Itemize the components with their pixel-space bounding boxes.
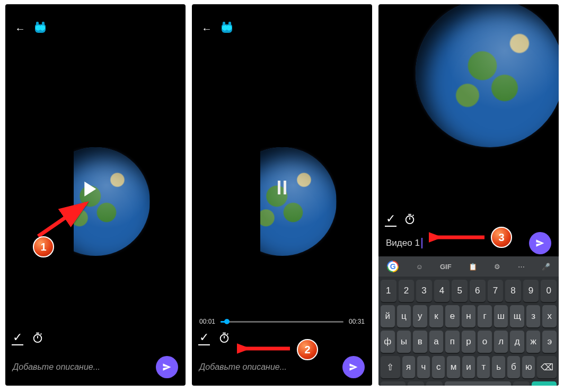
key[interactable]: щ — [510, 305, 524, 327]
key[interactable]: 5 — [452, 280, 468, 302]
caption-row: Видео 1 — [386, 232, 551, 254]
key-row-1: 1 2 3 4 5 6 7 8 9 0 — [381, 280, 557, 302]
video-preview[interactable] — [192, 147, 372, 256]
key[interactable]: 4 — [434, 280, 450, 302]
key[interactable]: л — [494, 331, 508, 353]
language-key[interactable]: 🌐 — [426, 381, 443, 386]
time-current: 00:01 — [199, 318, 215, 325]
key[interactable]: в — [413, 331, 427, 353]
keyboard: 1 2 3 4 5 6 7 8 9 0 й ц у к е н г ш щ з … — [378, 277, 559, 386]
play-button[interactable] — [84, 182, 96, 197]
earth-image — [41, 147, 150, 256]
select-icon[interactable]: ✓ — [13, 331, 22, 344]
select-icon[interactable]: ✓ — [199, 331, 209, 344]
top-bar: ← — [15, 23, 46, 34]
clipboard-icon[interactable]: 📋 — [469, 263, 477, 271]
sticker-icon[interactable]: ☺ — [416, 263, 422, 271]
key[interactable]: ю — [522, 356, 535, 378]
caption-row: Добавьте описание... — [199, 356, 365, 378]
key[interactable]: о — [478, 331, 492, 353]
send-button[interactable] — [529, 232, 551, 254]
backspace-key[interactable]: ⌫ — [537, 356, 557, 378]
gif-button[interactable]: GIF — [440, 263, 452, 271]
key[interactable]: й — [381, 305, 395, 327]
caption-row: Добавьте описание... — [13, 356, 178, 378]
key[interactable]: е — [445, 305, 460, 327]
pause-icon — [278, 181, 280, 194]
key[interactable]: р — [462, 331, 476, 353]
key[interactable]: 3 — [416, 280, 432, 302]
key[interactable]: и — [462, 356, 475, 378]
more-icon[interactable]: ⋯ — [518, 263, 525, 271]
pause-icon — [284, 181, 286, 194]
tool-row: ✓ — [386, 212, 416, 226]
mic-icon[interactable]: 🎤 — [542, 263, 550, 271]
key[interactable]: ы — [397, 331, 411, 353]
key-row-4: ⇧ я ч с м и т ь б ю ⌫ — [381, 356, 557, 378]
key[interactable]: у — [413, 305, 427, 327]
screen-2: ← 00:01 00:31 ✓ Добавьте описание... — [192, 4, 372, 386]
key[interactable]: ь — [492, 356, 505, 378]
back-icon[interactable]: ← — [15, 23, 25, 34]
text-caret — [421, 238, 422, 248]
key-row-2: й ц у к е н г ш щ з х — [381, 305, 557, 327]
progress-thumb[interactable] — [224, 319, 230, 324]
key[interactable]: 0 — [541, 280, 557, 302]
key[interactable]: б — [507, 356, 520, 378]
key[interactable]: с — [432, 356, 445, 378]
dot-key[interactable]: . — [513, 381, 530, 386]
key[interactable]: х — [542, 305, 557, 327]
key[interactable]: э — [542, 331, 557, 353]
key[interactable]: ц — [397, 305, 411, 327]
shift-key[interactable]: ⇧ — [381, 356, 400, 378]
key[interactable]: ш — [494, 305, 508, 327]
numbers-key[interactable]: ?123 — [381, 381, 406, 386]
contact-avatar[interactable] — [222, 24, 232, 33]
earth-image — [228, 147, 337, 256]
key[interactable]: т — [477, 356, 490, 378]
settings-icon[interactable]: ⚙ — [494, 263, 500, 271]
video-preview[interactable] — [5, 147, 186, 256]
key[interactable]: н — [462, 305, 476, 327]
contact-avatar[interactable] — [35, 24, 46, 33]
key[interactable]: 7 — [488, 280, 504, 302]
send-button[interactable] — [342, 356, 365, 378]
key-row-3: ф ы в а п р о л д ж э — [381, 331, 557, 353]
back-icon[interactable]: ← — [201, 23, 212, 34]
svg-line-8 — [227, 334, 228, 335]
key[interactable]: п — [445, 331, 460, 353]
video-preview-top[interactable] — [378, 4, 559, 147]
key[interactable]: 6 — [470, 280, 486, 302]
caption-input[interactable]: Добавьте описание... — [199, 362, 337, 372]
key[interactable]: з — [526, 305, 541, 327]
key[interactable]: м — [447, 356, 460, 378]
pause-button[interactable] — [278, 181, 286, 194]
key[interactable]: 2 — [399, 280, 415, 302]
space-key[interactable]: Русский — [445, 381, 511, 386]
timer-icon[interactable] — [32, 332, 43, 343]
timer-icon[interactable] — [218, 332, 230, 343]
key[interactable]: 1 — [381, 280, 396, 302]
progress-track[interactable] — [221, 321, 343, 323]
enter-key[interactable]: ↵ — [532, 381, 557, 386]
key[interactable]: г — [478, 305, 492, 327]
send-button[interactable] — [156, 356, 178, 378]
key[interactable]: 9 — [523, 280, 539, 302]
screen-3: ✓ Видео 1 3 ☺ GIF 📋 ⚙ ⋯ 🎤 1 2 3 4 5 6 — [378, 4, 559, 386]
select-icon[interactable]: ✓ — [386, 212, 395, 226]
key[interactable]: я — [402, 356, 415, 378]
key[interactable]: ч — [417, 356, 430, 378]
key[interactable]: ж — [526, 331, 541, 353]
play-icon — [84, 182, 96, 197]
caption-input[interactable]: Видео 1 — [386, 238, 524, 248]
timer-icon[interactable] — [404, 213, 416, 225]
key[interactable]: а — [429, 331, 444, 353]
caption-input[interactable]: Добавьте описание... — [13, 362, 151, 372]
emoji-key[interactable]: ☺ — [408, 381, 424, 386]
google-icon[interactable] — [387, 261, 399, 272]
tool-row: ✓ — [13, 331, 178, 344]
key[interactable]: д — [510, 331, 524, 353]
key[interactable]: ф — [381, 331, 395, 353]
key[interactable]: 8 — [505, 280, 521, 302]
key[interactable]: к — [429, 305, 444, 327]
